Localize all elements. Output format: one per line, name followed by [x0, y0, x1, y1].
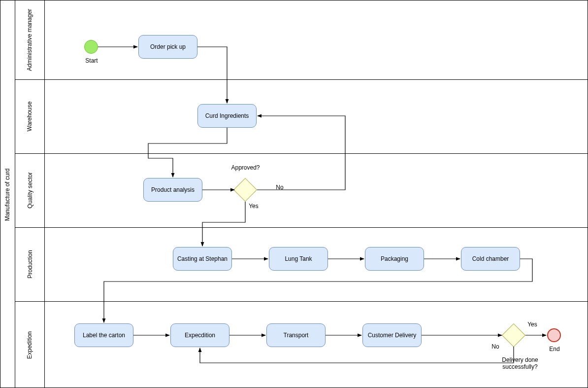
pool-title-text: Manufacture of curd: [4, 168, 11, 221]
lane-sep: [15, 227, 588, 228]
task-label: Order pick up: [150, 43, 186, 50]
task-label: Transport: [284, 332, 309, 339]
lane-sep: [15, 301, 588, 302]
swimlane-diagram: Manufacture of curd Administrative manag…: [0, 0, 588, 388]
task-transport: Transport: [266, 323, 326, 347]
task-label: Product analysis: [151, 186, 195, 193]
task-label: Customer Delivery: [368, 332, 417, 339]
lane-title-production: Production: [15, 227, 45, 301]
end-event: [547, 328, 561, 342]
gateway-no-label: No: [272, 184, 287, 191]
lane-title-admin: Administrative manager: [15, 0, 45, 79]
gateway-approved: [233, 178, 257, 202]
task-casting: Casting at Stephan: [173, 247, 232, 271]
gateway-delivery-label: Delivery done successfully?: [483, 356, 557, 370]
lane-label: Production: [27, 250, 33, 278]
task-label-carton: Label the carton: [74, 323, 133, 347]
task-label: Lung Tank: [285, 255, 312, 262]
gateway-yes-label: Yes: [246, 203, 261, 210]
lane-label: Expedition: [26, 331, 33, 358]
lane-title-warehouse: Warehouse: [15, 79, 45, 153]
task-lung-tank: Lung Tank: [269, 247, 328, 271]
end-label: End: [545, 346, 564, 353]
lane-title-expedition: Expedition: [15, 301, 45, 388]
gateway-delivery-no: No: [488, 343, 503, 350]
task-curd-ingredients: Curd Ingredients: [197, 104, 257, 128]
task-label: Expecdition: [185, 332, 215, 339]
gateway-delivery-yes: Yes: [525, 321, 540, 328]
task-cold-chamber: Cold chamber: [461, 247, 520, 271]
task-label: Curd Ingredients: [205, 112, 249, 119]
start-event: [84, 40, 98, 54]
task-expedition: Expecdition: [170, 323, 229, 347]
lane-label: Warehouse: [27, 102, 33, 132]
lane-sep: [15, 153, 588, 154]
task-label: Packaging: [381, 255, 408, 262]
task-label: Casting at Stephan: [177, 255, 228, 262]
lane-label: Administrative manager: [27, 9, 33, 71]
task-label: Label the carton: [83, 332, 125, 339]
lane-title-quality: Quality sector: [15, 153, 45, 227]
gateway-delivery: [502, 323, 525, 347]
task-order-pickup: Order pick up: [138, 35, 197, 59]
gateway-approved-label: Approved?: [225, 164, 266, 171]
lane-label: Quality sector: [27, 172, 33, 208]
task-label: Cold chamber: [472, 255, 509, 262]
task-packaging: Packaging: [365, 247, 424, 271]
task-product-analysis: Product analysis: [143, 178, 202, 202]
lane-sep: [15, 79, 588, 80]
pool-title: Manufacture of curd: [0, 0, 15, 388]
start-label: Start: [79, 57, 104, 64]
task-customer-delivery: Customer Delivery: [362, 323, 422, 347]
